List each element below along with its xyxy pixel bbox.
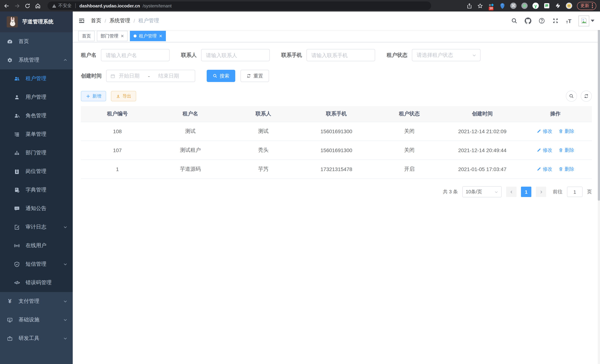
search-button[interactable]: 搜索 — [207, 70, 235, 82]
chevron-down-icon — [63, 318, 67, 322]
sidebar-item-system[interactable]: 系统管理 — [0, 51, 73, 69]
address-bar[interactable]: 不安全 dashboard.yudao.iocoder.cn/system/te… — [47, 1, 431, 10]
back-icon[interactable] — [4, 3, 10, 9]
page-scrollbar[interactable] — [598, 11, 600, 364]
reload-icon[interactable] — [25, 3, 30, 9]
toggle-search-button[interactable] — [566, 91, 577, 102]
page-size-value: 10条/页 — [466, 188, 482, 195]
sidebar-item-label: 岗位管理 — [26, 168, 46, 175]
sidebar-item-errcode[interactable]: </> 错误码管理 — [0, 273, 73, 292]
sidebar-item-notice[interactable]: 通知公告 — [0, 199, 73, 218]
filter-label: 租户名 — [81, 52, 96, 58]
sidebar-item-infra[interactable]: 基础设施 — [0, 311, 73, 329]
prev-page-button[interactable] — [506, 187, 516, 197]
user-avatar-menu[interactable] — [579, 15, 594, 26]
chevron-down-icon — [63, 299, 67, 304]
breadcrumb-separator: / — [105, 18, 106, 24]
sidebar-item-tenant[interactable]: 租户管理 — [0, 69, 73, 88]
extensions-puzzle-icon[interactable] — [555, 3, 561, 9]
extension-command-icon[interactable]: ⌘ — [510, 3, 516, 9]
sidebar-item-audit[interactable]: 审计日志 — [0, 218, 73, 236]
browser-menu-icon[interactable] — [592, 3, 593, 8]
sidebar-item-label: 字典管理 — [26, 187, 46, 193]
export-button-label: 导出 — [122, 93, 131, 99]
sidebar-item-pay[interactable]: ¥ 支付管理 — [0, 292, 73, 311]
delete-link[interactable]: 删除 — [558, 147, 574, 154]
share-icon[interactable] — [466, 3, 472, 9]
home-icon[interactable] — [35, 3, 41, 9]
forward-icon[interactable] — [14, 3, 20, 9]
chevron-down-icon — [63, 336, 67, 341]
sidebar-item-label: 用户管理 — [26, 94, 46, 101]
sidebar-item-menu[interactable]: 菜单管理 — [0, 125, 73, 144]
bookmark-star-icon[interactable] — [477, 3, 483, 9]
delete-link[interactable]: 删除 — [558, 166, 574, 173]
sidebar-collapse-icon[interactable] — [78, 18, 85, 24]
sidebar-item-dict[interactable]: 字典管理 — [0, 181, 73, 199]
search-icon[interactable] — [511, 18, 518, 24]
tab-home[interactable]: 首页 — [78, 31, 95, 41]
cell-actions: 修改删除 — [519, 160, 592, 179]
update-label: 更新 — [580, 3, 589, 9]
export-button[interactable]: 导出 — [111, 91, 136, 101]
edit-link[interactable]: 修改 — [536, 166, 552, 173]
sidebar-item-user[interactable]: 用户管理 — [0, 88, 73, 106]
chrome-update-button[interactable]: 更新 — [577, 2, 596, 10]
edit-link[interactable]: 修改 — [536, 128, 552, 135]
goto-page-input[interactable] — [567, 187, 582, 197]
sidebar-item-role[interactable]: 角色管理 — [0, 106, 73, 125]
page-size-select[interactable]: 10条/页 — [462, 186, 502, 197]
page-number-button[interactable]: 1 — [521, 187, 531, 197]
reset-button[interactable]: 重置 — [240, 70, 269, 82]
contact-input[interactable] — [201, 49, 270, 61]
delete-link[interactable]: 删除 — [558, 128, 574, 135]
scrollbar-thumb[interactable] — [598, 11, 600, 201]
breadcrumb-system[interactable]: 系统管理 — [110, 18, 130, 24]
refresh-table-button[interactable] — [581, 91, 592, 102]
extension-balloon-icon[interactable] — [499, 3, 505, 9]
tenant-name-input[interactable] — [101, 49, 169, 61]
extension-record-icon[interactable] — [521, 3, 528, 9]
dictionary-icon — [14, 187, 20, 193]
sidebar-item-label: 角色管理 — [26, 112, 46, 119]
status-select[interactable]: 请选择租户状态 — [412, 49, 480, 61]
sidebar-item-devtools[interactable]: 研发工具 — [0, 329, 73, 348]
close-icon[interactable]: ✕ — [159, 34, 162, 38]
font-size-icon[interactable]: TT — [566, 18, 572, 24]
edit-link[interactable]: 修改 — [536, 147, 552, 154]
sidebar-item-label: 短信管理 — [26, 261, 46, 268]
sidebar-item-label: 审计日志 — [26, 224, 46, 230]
sidebar-item-label: 研发工具 — [19, 335, 39, 342]
github-icon[interactable] — [525, 18, 532, 24]
cell-tenant-id: 1 — [81, 160, 154, 179]
phone-input[interactable] — [307, 49, 375, 61]
sidebar-logo[interactable]: 芋道管理系统 — [0, 11, 73, 32]
extension-tag-manager-icon[interactable]: 10 — [488, 3, 494, 9]
column-header: 操作 — [519, 106, 592, 122]
extension-chat-icon[interactable] — [544, 3, 550, 9]
sidebar-item-post[interactable]: 岗位管理 — [0, 162, 73, 181]
sidebar-item-sms[interactable]: 短信管理 — [0, 255, 73, 273]
cell-phone: 17321315478 — [300, 160, 373, 179]
close-icon[interactable]: ✕ — [121, 34, 124, 38]
column-header: 创建时间 — [446, 106, 519, 122]
code-icon: </> — [14, 280, 20, 286]
sidebar-item-home[interactable]: 首页 — [0, 32, 73, 51]
next-page-button[interactable] — [536, 187, 546, 197]
cell-actions: 修改删除 — [519, 141, 592, 160]
add-button[interactable]: 新增 — [81, 91, 106, 101]
extension-y-logo-icon[interactable]: y — [533, 3, 539, 9]
filter-label: 联系人 — [181, 52, 197, 58]
profile-emoji-avatar[interactable] — [566, 3, 572, 9]
tab-label: 首页 — [82, 33, 91, 39]
help-icon[interactable] — [539, 18, 545, 24]
sidebar-item-online[interactable]: 在线用户 — [0, 236, 73, 255]
breadcrumb-home[interactable]: 首页 — [91, 18, 101, 24]
sidebar-item-dept[interactable]: 部门管理 — [0, 144, 73, 162]
date-range-picker[interactable]: 开始日期 - 结束日期 — [106, 70, 195, 82]
fullscreen-icon[interactable] — [552, 18, 559, 24]
tab-tenant[interactable]: 租户管理 ✕ — [130, 31, 166, 41]
chevron-left-icon — [509, 190, 513, 194]
tab-dept[interactable]: 部门管理 ✕ — [97, 31, 128, 41]
not-secure-warning[interactable]: 不安全 — [52, 3, 72, 9]
